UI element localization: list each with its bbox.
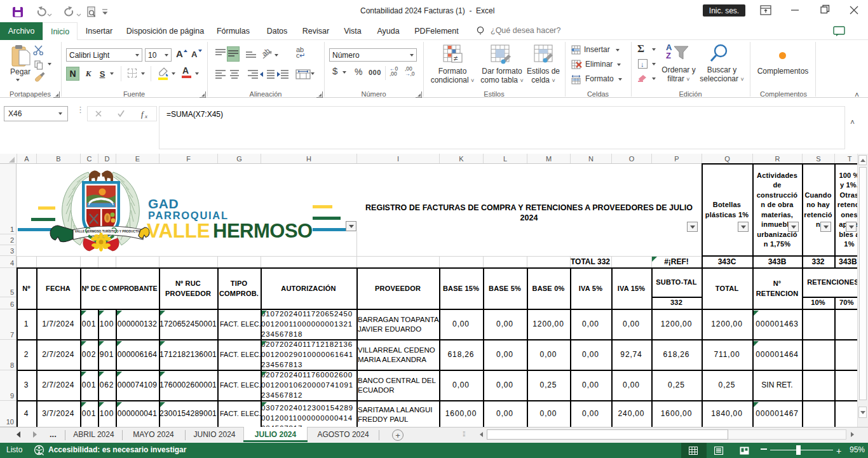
svg-text:≠: ≠: [454, 54, 458, 63]
svg-text:GAD: GAD: [148, 196, 179, 211]
svg-text:HERMOSO: HERMOSO: [213, 220, 313, 242]
svg-text:x: x: [144, 113, 147, 119]
svg-text:VALLE: VALLE: [147, 220, 210, 242]
svg-text:VALLE HERMOSO TURÍSTICO Y PROD: VALLE HERMOSO TURÍSTICO Y PRODUCTIVO: [75, 229, 143, 233]
